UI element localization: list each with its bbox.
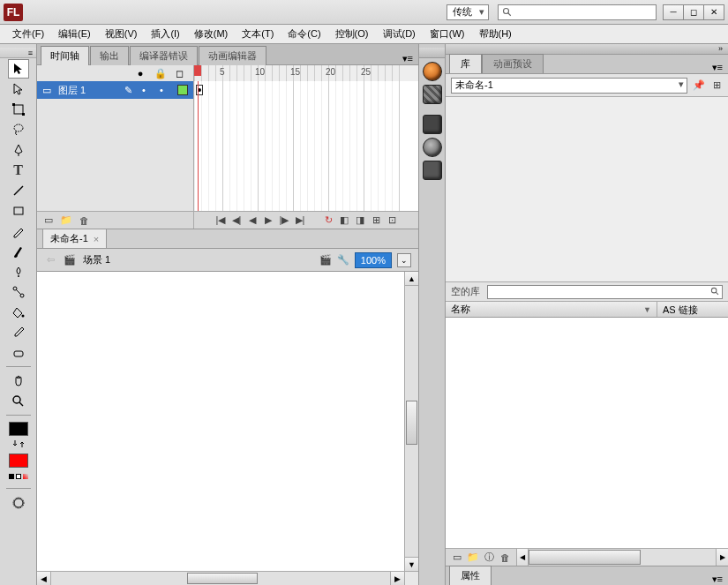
zoom-dropdown[interactable]: ⌄ (397, 253, 411, 267)
selection-tool[interactable] (8, 59, 29, 79)
play-back-button[interactable]: ◀ (246, 214, 259, 227)
swap-colors[interactable] (8, 437, 29, 451)
lib-hscroll-right[interactable]: ▶ (716, 549, 728, 566)
tab-library[interactable]: 库 (449, 54, 482, 73)
step-forward-button[interactable]: |▶ (278, 214, 290, 227)
new-folder-button[interactable]: 📁 (60, 214, 72, 227)
menu-insert[interactable]: 插入(I) (146, 27, 184, 41)
library-col-link[interactable]: AS 链接 (657, 302, 728, 317)
swatches-panel-icon[interactable] (423, 85, 442, 104)
text-tool[interactable]: T (8, 161, 29, 180)
zoom-field[interactable]: 100% (355, 252, 392, 268)
lib-hscroll-thumb[interactable] (529, 550, 641, 565)
layer-outline-box[interactable] (177, 85, 188, 95)
menu-commands[interactable]: 命令(C) (282, 27, 326, 41)
onion-markers-button[interactable]: ⊡ (386, 214, 398, 227)
pen-tool[interactable] (8, 140, 29, 160)
edit-scene-icon[interactable]: 🎬 (319, 254, 332, 266)
playhead[interactable] (194, 65, 201, 76)
edit-multiple-button[interactable]: ⊞ (370, 214, 382, 227)
color-panel-icon[interactable] (423, 62, 442, 81)
tab-compiler-errors[interactable]: 编译器错误 (130, 46, 198, 65)
scene-name[interactable]: 场景 1 (83, 253, 110, 266)
maximize-button[interactable]: ◻ (683, 4, 704, 20)
tab-motion-presets[interactable]: 动画预设 (482, 54, 544, 73)
hscroll-right[interactable]: ▶ (390, 572, 404, 585)
subselection-tool[interactable] (8, 79, 29, 99)
delete-layer-button[interactable]: 🗑 (78, 214, 90, 227)
close-tab-icon[interactable]: × (94, 234, 99, 244)
lock-icon[interactable]: 🔒 (154, 68, 165, 79)
snap-object[interactable] (8, 493, 29, 513)
vscroll-up[interactable]: ▲ (405, 272, 418, 286)
paint-bucket-tool[interactable] (8, 303, 29, 322)
stroke-color-swatch[interactable] (9, 422, 28, 436)
layer-name[interactable]: 图层 1 (58, 84, 86, 97)
layer-vis-dot[interactable]: • (142, 85, 153, 95)
back-arrow-icon[interactable]: ⇦ (44, 254, 56, 266)
lasso-tool[interactable] (8, 120, 29, 139)
onion-skin-button[interactable]: ◧ (338, 214, 350, 227)
visibility-icon[interactable]: ● (135, 68, 146, 79)
color-options[interactable] (8, 469, 29, 484)
fill-color-swatch[interactable] (9, 454, 28, 468)
brush-tool[interactable] (8, 242, 29, 261)
library-panel-menu[interactable]: ▾≡ (707, 62, 728, 73)
tab-output[interactable]: 输出 (90, 46, 129, 65)
search-input[interactable] (498, 4, 657, 20)
menu-help[interactable]: 帮助(H) (474, 27, 517, 41)
hscroll-thumb[interactable] (187, 573, 258, 584)
zoom-tool[interactable] (8, 392, 29, 411)
panel-menu[interactable]: ▾≡ (397, 53, 418, 64)
hscroll-left[interactable]: ◀ (37, 572, 51, 585)
library-list[interactable] (446, 318, 728, 548)
eraser-tool[interactable] (8, 343, 29, 363)
properties-button[interactable]: ⓘ (483, 551, 495, 564)
vscroll-down[interactable]: ▼ (405, 557, 418, 571)
menu-modify[interactable]: 修改(M) (189, 27, 234, 41)
dock-collapse[interactable] (419, 48, 445, 58)
lib-hscroll-left[interactable]: ◀ (516, 549, 529, 566)
close-button[interactable]: ✕ (703, 4, 724, 20)
onion-outline-button[interactable]: ◨ (354, 214, 366, 227)
frame-grid[interactable] (194, 81, 418, 211)
menu-view[interactable]: 视图(V) (100, 27, 143, 41)
menu-debug[interactable]: 调试(D) (378, 27, 421, 41)
library-document-name[interactable] (451, 78, 687, 94)
menu-text[interactable]: 文本(T) (236, 27, 279, 41)
library-document-dropdown[interactable] (451, 78, 687, 94)
library-search-input[interactable] (487, 285, 723, 299)
rectangle-tool[interactable] (8, 201, 29, 221)
menu-edit[interactable]: 编辑(E) (53, 27, 96, 41)
outline-icon[interactable]: ◻ (174, 68, 184, 79)
eyedropper-tool[interactable] (8, 323, 29, 342)
properties-panel-menu[interactable]: ▾≡ (707, 574, 728, 585)
vscroll-thumb[interactable] (406, 401, 417, 445)
goto-last-button[interactable]: ▶| (294, 214, 306, 227)
stage[interactable] (37, 272, 404, 571)
layer-lock-dot[interactable]: • (160, 85, 170, 95)
layer-row[interactable]: ▭ 图层 1 ✎ • • (37, 81, 193, 99)
deco-tool[interactable] (8, 262, 29, 281)
library-col-name[interactable]: 名称▼ (446, 302, 657, 317)
hand-tool[interactable] (8, 371, 29, 391)
bone-tool[interactable] (8, 282, 29, 302)
step-back-button[interactable]: ◀| (230, 214, 243, 227)
loop-button[interactable]: ↻ (322, 214, 334, 227)
info-panel-icon[interactable] (423, 138, 442, 157)
pencil-tool[interactable] (8, 221, 29, 241)
document-tab[interactable]: 未命名-1 × (42, 229, 107, 248)
tab-properties[interactable]: 属性 (449, 566, 492, 585)
play-button[interactable]: ▶ (262, 214, 274, 227)
workspace-dropdown[interactable]: 传统 (447, 4, 489, 20)
menu-window[interactable]: 窗口(W) (424, 27, 470, 41)
new-folder-button[interactable]: 📁 (467, 551, 479, 564)
free-transform-tool[interactable] (8, 100, 29, 119)
align-panel-icon[interactable] (423, 115, 442, 134)
edit-symbol-icon[interactable]: 🔧 (337, 254, 349, 266)
horizontal-scrollbar[interactable]: ◀ ▶ (37, 571, 418, 585)
line-tool[interactable] (8, 181, 29, 200)
new-layer-button[interactable]: ▭ (42, 214, 55, 227)
new-symbol-button[interactable]: ▭ (451, 551, 463, 564)
vertical-scrollbar[interactable]: ▲ ▼ (404, 272, 418, 571)
